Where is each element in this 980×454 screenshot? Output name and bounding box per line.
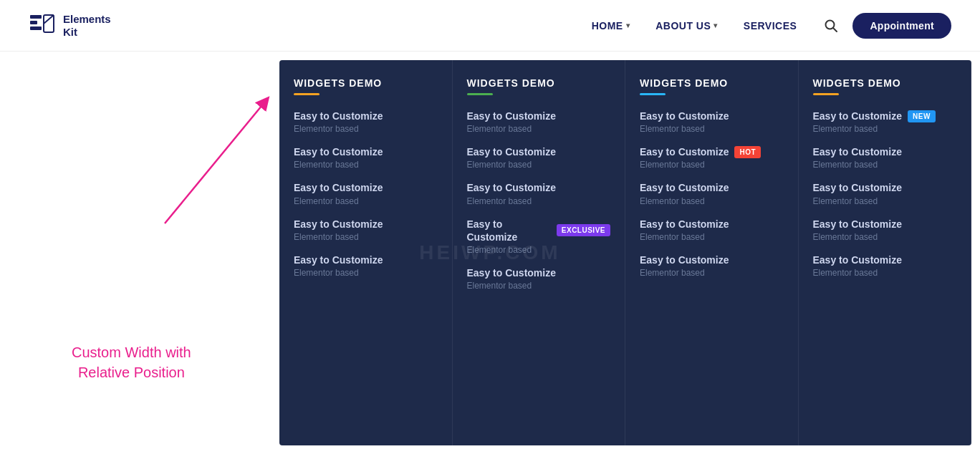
menu-item-4-3[interactable]: Easy to CustomizeElementor based (813, 181, 957, 206)
menu-item-title-1-1: Easy to Customize (294, 110, 438, 122)
main-content: Custom Width with Relative Position WIDG… (0, 52, 980, 454)
menu-item-3-5[interactable]: Easy to CustomizeElementor based (640, 253, 784, 278)
menu-item-sub-3-2: Elementor based (640, 160, 784, 170)
column-4: WIDGETS DEMOEasy to CustomizeNEWElemento… (799, 60, 972, 445)
menu-item-title-2-5: Easy to Customize (467, 266, 611, 279)
column-3: WIDGETS DEMOEasy to CustomizeElementor b… (625, 60, 799, 445)
column-2-underline (467, 93, 493, 95)
logo-icon (29, 12, 56, 39)
menu-item-1-1[interactable]: Easy to CustomizeElementor based (294, 110, 438, 134)
menu-item-title-3-5: Easy to Customize (640, 253, 784, 266)
menu-item-3-2[interactable]: Easy to CustomizeHOTElementor based (640, 145, 784, 170)
menu-item-title-1-2: Easy to Customize (294, 145, 438, 158)
menu-item-2-3[interactable]: Easy to CustomizeElementor based (467, 181, 611, 206)
menu-item-2-1[interactable]: Easy to CustomizeElementor based (467, 110, 611, 134)
menu-item-title-4-1: Easy to CustomizeNEW (813, 110, 957, 122)
navbar: Elements Kit HOME ▾ ABOUT US ▾ SERVICES … (0, 0, 980, 52)
menu-item-sub-1-3: Elementor based (294, 196, 438, 206)
menu-item-2-2[interactable]: Easy to CustomizeElementor based (467, 145, 611, 170)
svg-rect-2 (30, 26, 42, 30)
annotation-arrow (100, 80, 287, 238)
svg-rect-0 (30, 15, 42, 19)
column-4-underline (813, 93, 839, 95)
column-3-underline (640, 93, 666, 95)
search-button[interactable] (818, 13, 844, 39)
menu-item-sub-4-5: Elementor based (813, 268, 957, 278)
menu-item-1-2[interactable]: Easy to CustomizeElementor based (294, 145, 438, 170)
nav-about[interactable]: ABOUT US ▾ (655, 20, 718, 32)
search-icon (824, 19, 838, 33)
menu-item-title-3-2: Easy to CustomizeHOT (640, 145, 784, 158)
nav-services[interactable]: SERVICES (744, 20, 797, 32)
logo-text: Elements Kit (63, 13, 111, 39)
menu-item-title-1-3: Easy to Customize (294, 181, 438, 194)
menu-item-title-3-4: Easy to Customize (640, 218, 784, 231)
column-1-header: WIDGETS DEMO (294, 77, 438, 89)
menu-item-title-2-1: Easy to Customize (467, 110, 611, 122)
menu-item-sub-4-3: Elementor based (813, 196, 957, 206)
menu-item-title-1-4: Easy to Customize (294, 218, 438, 231)
menu-item-sub-2-4: Elementor based (467, 245, 611, 255)
menu-item-title-4-5: Easy to Customize (813, 253, 957, 266)
annotation-text: Custom Width with Relative Position (72, 342, 191, 382)
menu-item-sub-1-4: Elementor based (294, 232, 438, 242)
menu-item-sub-4-4: Elementor based (813, 232, 957, 242)
menu-item-sub-2-3: Elementor based (467, 196, 611, 206)
menu-item-sub-3-1: Elementor based (640, 124, 784, 134)
menu-item-3-3[interactable]: Easy to CustomizeElementor based (640, 181, 784, 206)
column-3-header: WIDGETS DEMO (640, 77, 784, 89)
menu-item-title-1-5: Easy to Customize (294, 253, 438, 266)
dropdown-panel: WIDGETS DEMOEasy to CustomizeElementor b… (279, 60, 971, 445)
svg-line-7 (165, 102, 265, 223)
about-arrow-icon: ▾ (714, 21, 718, 29)
column-4-header: WIDGETS DEMO (813, 77, 957, 89)
menu-item-sub-4-1: Elementor based (813, 124, 957, 134)
column-1: WIDGETS DEMOEasy to CustomizeElementor b… (279, 60, 453, 445)
menu-item-2-4[interactable]: Easy to CustomizeEXCLUSIVEElementor base… (467, 218, 611, 255)
menu-item-title-4-4: Easy to Customize (813, 218, 957, 231)
menu-item-title-3-1: Easy to Customize (640, 110, 784, 122)
column-2: WIDGETS DEMOEasy to CustomizeElementor b… (453, 60, 626, 445)
column-1-underline (294, 93, 320, 95)
column-2-header: WIDGETS DEMO (467, 77, 611, 89)
menu-item-sub-2-1: Elementor based (467, 124, 611, 134)
menu-item-title-4-2: Easy to Customize (813, 145, 957, 158)
menu-item-3-1[interactable]: Easy to CustomizeElementor based (640, 110, 784, 134)
menu-item-4-1[interactable]: Easy to CustomizeNEWElementor based (813, 110, 957, 134)
menu-item-title-2-2: Easy to Customize (467, 145, 611, 158)
menu-item-4-5[interactable]: Easy to CustomizeElementor based (813, 253, 957, 278)
menu-item-3-4[interactable]: Easy to CustomizeElementor based (640, 218, 784, 242)
menu-item-title-2-3: Easy to Customize (467, 181, 611, 194)
logo[interactable]: Elements Kit (29, 12, 111, 39)
badge-exclusive: EXCLUSIVE (557, 224, 610, 236)
menu-item-4-4[interactable]: Easy to CustomizeElementor based (813, 218, 957, 242)
nav-links: HOME ▾ ABOUT US ▾ SERVICES (592, 20, 797, 32)
menu-item-sub-2-2: Elementor based (467, 160, 611, 170)
nav-home[interactable]: HOME ▾ (592, 20, 630, 32)
menu-item-sub-1-1: Elementor based (294, 124, 438, 134)
menu-item-sub-3-3: Elementor based (640, 196, 784, 206)
svg-rect-1 (30, 21, 37, 24)
menu-item-title-3-3: Easy to Customize (640, 181, 784, 194)
menu-item-2-5[interactable]: Easy to CustomizeElementor based (467, 266, 611, 291)
menu-item-4-2[interactable]: Easy to CustomizeElementor based (813, 145, 957, 170)
menu-item-1-4[interactable]: Easy to CustomizeElementor based (294, 218, 438, 242)
menu-item-title-2-4: Easy to CustomizeEXCLUSIVE (467, 218, 611, 243)
svg-line-5 (833, 28, 837, 32)
menu-item-sub-4-2: Elementor based (813, 160, 957, 170)
appointment-button[interactable]: Appointment (852, 13, 951, 39)
badge-hot: HOT (734, 146, 761, 158)
menu-item-sub-3-4: Elementor based (640, 232, 784, 242)
svg-rect-3 (44, 15, 54, 32)
menu-item-1-3[interactable]: Easy to CustomizeElementor based (294, 181, 438, 206)
annotation-area: Custom Width with Relative Position (0, 52, 279, 454)
menu-item-sub-1-2: Elementor based (294, 160, 438, 170)
menu-item-sub-2-5: Elementor based (467, 281, 611, 291)
menu-item-sub-1-5: Elementor based (294, 268, 438, 278)
menu-item-1-5[interactable]: Easy to CustomizeElementor based (294, 253, 438, 278)
menu-item-sub-3-5: Elementor based (640, 268, 784, 278)
menu-item-title-4-3: Easy to Customize (813, 181, 957, 194)
home-arrow-icon: ▾ (626, 21, 630, 29)
badge-new: NEW (908, 110, 936, 122)
